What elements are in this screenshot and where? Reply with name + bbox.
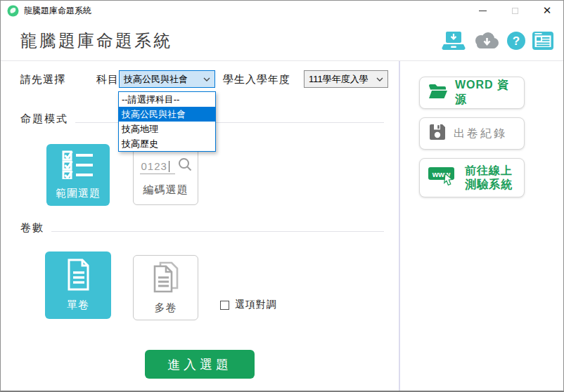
exam-form-icon[interactable] (532, 32, 553, 50)
window-controls: ✕ (466, 1, 563, 20)
swap-options-checkbox[interactable]: 選項對調 (220, 299, 277, 311)
chevron-down-icon (203, 74, 210, 84)
main-panel: 請先選擇 科目 技高公民與社會 學生入學年度 111學年度入學 --請選擇科目-… (1, 61, 400, 391)
app-logo-icon (7, 5, 19, 17)
code-search-input[interactable]: 0123 (140, 160, 175, 174)
code-select-label: 編碼選題 (143, 183, 188, 197)
subject-dropdown-list: --請選擇科目-- 技高公民與社會 技高地理 技高歷史 (118, 91, 216, 152)
minimize-icon (479, 11, 487, 11)
single-paper-label: 單卷 (67, 299, 89, 312)
checklist-icon (62, 150, 94, 182)
online-test-button[interactable]: www 前往線上 測驗系統 (419, 158, 525, 197)
dropdown-option-selected[interactable]: 技高公民與社會 (119, 107, 215, 122)
help-icon[interactable]: ? (506, 31, 526, 51)
swap-options-label: 選項對調 (235, 299, 277, 311)
subject-label: 科目 (96, 73, 119, 86)
subject-select-value: 技高公民與社會 (124, 73, 188, 86)
year-select[interactable]: 111學年度入學 (304, 70, 388, 88)
exam-record-button[interactable]: 出卷紀錄 (419, 117, 525, 150)
range-select-label: 範圍選題 (56, 187, 101, 200)
www-cursor-icon: www (428, 165, 458, 190)
word-resource-label: WORD 資源 (455, 78, 518, 107)
multi-doc-icon (150, 261, 181, 297)
laptop-download-icon[interactable] (442, 31, 466, 51)
dropdown-option[interactable]: --請選擇科目-- (119, 92, 215, 107)
maximize-button[interactable] (499, 1, 531, 20)
multi-paper-button[interactable]: 多卷 (133, 255, 198, 320)
search-icon[interactable] (178, 157, 192, 174)
checkbox-icon (220, 301, 229, 310)
dropdown-option[interactable]: 技高歷史 (119, 136, 215, 151)
enter-selection-button[interactable]: 進入選題 (145, 350, 255, 379)
code-input-value: 0123 (141, 160, 167, 172)
app-window: 龍騰題庫命題系統 ✕ 龍騰題庫命題系統 (0, 0, 564, 392)
dropdown-option[interactable]: 技高地理 (119, 122, 215, 136)
titlebar: 龍騰題庫命題系統 ✕ (1, 1, 563, 20)
close-icon: ✕ (543, 4, 552, 17)
page-title: 龍騰題庫命題系統 (20, 30, 172, 52)
subject-select[interactable]: 技高公民與社會 (119, 70, 215, 88)
word-resource-button[interactable]: WORD 資源 (419, 77, 525, 109)
floppy-icon (428, 123, 447, 144)
copies-section-header: 卷數 (20, 221, 384, 235)
header-icons: ? (442, 31, 553, 51)
single-doc-icon (64, 259, 92, 294)
chevron-down-icon (376, 74, 383, 84)
folder-icon (428, 83, 448, 103)
maximize-icon (512, 8, 518, 14)
online-test-label-line2: 測驗系統 (465, 178, 513, 192)
divider (51, 231, 384, 232)
range-select-button[interactable]: 範圍選題 (46, 144, 110, 206)
multi-paper-label: 多卷 (155, 301, 177, 315)
text-caret (169, 161, 169, 172)
online-test-label: 前往線上 測驗系統 (465, 164, 513, 192)
header: 龍騰題庫命題系統 (1, 20, 563, 61)
svg-text:?: ? (513, 34, 520, 48)
exam-record-label: 出卷紀錄 (454, 126, 507, 141)
mode-section-title: 命題模式 (20, 112, 68, 126)
window-title: 龍騰題庫命題系統 (24, 5, 91, 17)
prompt-label: 請先選擇 (20, 73, 65, 86)
close-button[interactable]: ✕ (531, 1, 563, 20)
year-label: 學生入學年度 (223, 73, 290, 86)
year-select-value: 111學年度入學 (309, 73, 368, 86)
minimize-button[interactable] (466, 1, 499, 20)
single-paper-button[interactable]: 單卷 (45, 251, 111, 319)
cloud-download-icon[interactable] (472, 31, 500, 51)
online-test-label-line1: 前往線上 (465, 164, 513, 178)
sidebar: WORD 資源 出卷紀錄 www (400, 61, 563, 391)
copies-section-title: 卷數 (20, 221, 44, 235)
